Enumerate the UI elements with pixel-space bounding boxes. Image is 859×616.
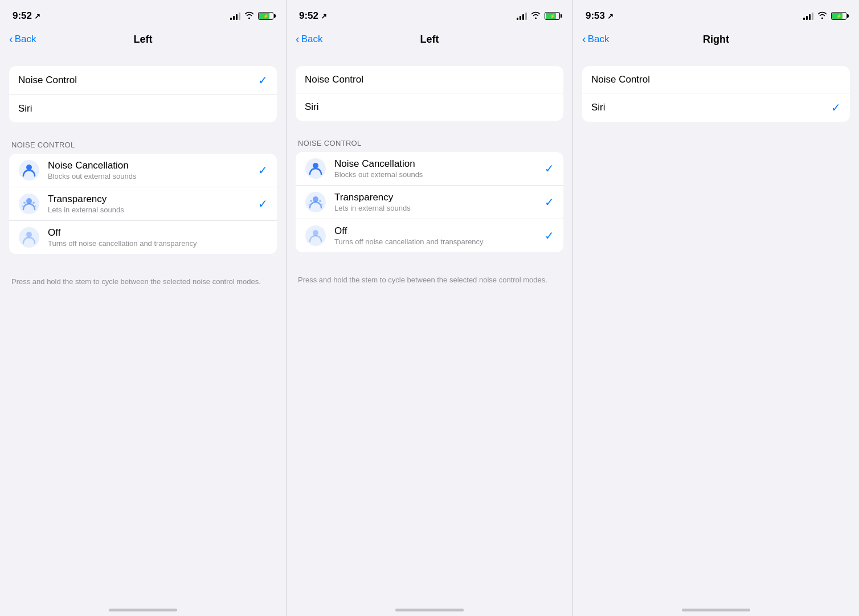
nav-bar: ‹BackLeft [0, 27, 286, 55]
phone-screen-screen-3: 9:53 ↗ ⚡ ‹BackRightNoise ControlSiri✓ [573, 0, 859, 616]
menu-item-siri[interactable]: Siri✓ [582, 93, 850, 122]
option-text-off: OffTurns off noise cancellation and tran… [48, 227, 268, 248]
signal-bar-1 [517, 18, 518, 20]
svg-point-14 [310, 200, 312, 202]
menu-item-noise-control[interactable]: Noise Control [582, 66, 850, 93]
signal-bar-1 [803, 18, 805, 20]
status-time: 9:52 ↗ [299, 10, 327, 22]
menu-item-label: Siri [305, 101, 319, 113]
page-title: Left [134, 34, 153, 46]
menu-item-siri[interactable]: Siri [296, 93, 563, 121]
menu-item-noise-control[interactable]: Noise Control [296, 66, 563, 93]
menu-item-label: Siri [18, 103, 32, 114]
option-subtitle: Lets in external sounds [334, 204, 537, 212]
svg-point-15 [319, 200, 321, 202]
option-subtitle: Turns off noise cancellation and transpa… [334, 237, 537, 246]
chevron-left-icon: ‹ [296, 32, 300, 46]
time-text: 9:52 [13, 10, 32, 22]
page-title: Right [703, 34, 729, 46]
option-title: Noise Cancellation [48, 160, 250, 171]
option-text-off: OffTurns off noise cancellation and tran… [334, 225, 537, 246]
phone-screen-screen-1: 9:52 ↗ ⚡ ‹BackLeftNoise Control✓SiriNOIS… [0, 0, 287, 616]
svg-point-16 [309, 204, 310, 206]
top-menu-card: Noise Control✓Siri [9, 66, 277, 122]
top-menu-card: Noise ControlSiri [296, 66, 563, 121]
phone-screen-screen-2: 9:52 ↗ ⚡ ‹BackLeftNoise ControlSiriNOISE… [287, 0, 573, 616]
menu-item-label: Noise Control [591, 74, 650, 85]
noise-option-noise-cancellation[interactable]: Noise CancellationBlocks out external so… [9, 154, 277, 187]
footer-note: Press and hold the stem to cycle between… [296, 270, 563, 285]
location-arrow-icon: ↗ [34, 12, 40, 20]
noise-options-card: Noise CancellationBlocks out external so… [296, 152, 563, 252]
home-bar [109, 609, 177, 611]
location-arrow-icon: ↗ [321, 12, 327, 20]
svg-point-1 [26, 165, 32, 170]
noise-options-card: Noise CancellationBlocks out external so… [9, 154, 277, 254]
signal-bar-4 [812, 13, 813, 20]
noise-option-transparency[interactable]: TransparencyLets in external sounds✓ [296, 186, 563, 219]
back-label: Back [301, 34, 323, 45]
back-button[interactable]: ‹Back [296, 33, 322, 46]
status-time: 9:52 ↗ [13, 10, 40, 22]
noise-option-noise-cancellation[interactable]: Noise CancellationBlocks out external so… [296, 152, 563, 186]
time-text: 9:52 [299, 10, 318, 22]
content-area: Noise Control✓SiriNOISE CONTROL Noise Ca… [0, 55, 286, 597]
svg-point-9 [26, 232, 32, 237]
status-bar: 9:53 ↗ ⚡ [573, 0, 859, 27]
signal-bar-3 [522, 14, 524, 20]
menu-item-noise-control[interactable]: Noise Control✓ [9, 66, 277, 95]
off-mode-icon [305, 225, 326, 247]
noise-mode-icon [305, 158, 326, 179]
menu-item-label: Noise Control [18, 75, 77, 86]
top-menu-card: Noise ControlSiri✓ [582, 66, 850, 122]
back-button[interactable]: ‹Back [582, 33, 609, 46]
menu-item-siri[interactable]: Siri [9, 95, 277, 122]
wifi-icon [244, 11, 254, 20]
signal-bars-icon [517, 13, 527, 20]
back-button[interactable]: ‹Back [9, 33, 36, 46]
nav-bar: ‹BackRight [573, 27, 859, 55]
menu-item-label: Noise Control [305, 74, 363, 85]
home-indicator [0, 597, 286, 616]
option-subtitle: Blocks out external sounds [334, 170, 537, 179]
signal-bar-3 [236, 14, 238, 20]
battery-icon: ⚡ [258, 12, 273, 20]
option-text-noise-cancellation: Noise CancellationBlocks out external so… [48, 160, 250, 180]
home-indicator [573, 597, 859, 616]
option-title: Transparency [334, 192, 537, 203]
status-bar: 9:52 ↗ ⚡ [287, 0, 572, 27]
svg-point-17 [321, 204, 323, 206]
option-title: Off [334, 225, 537, 237]
signal-bar-2 [806, 16, 808, 20]
battery-icon: ⚡ [545, 12, 560, 20]
back-label: Back [588, 34, 610, 45]
signal-bar-2 [233, 16, 235, 20]
option-subtitle: Turns off noise cancellation and transpa… [48, 239, 268, 248]
content-area: Noise ControlSiri✓ [573, 55, 859, 597]
noise-option-off[interactable]: OffTurns off noise cancellation and tran… [9, 221, 277, 254]
signal-bar-3 [809, 14, 811, 20]
noise-option-transparency[interactable]: TransparencyLets in external sounds✓ [9, 187, 277, 221]
signal-bar-2 [520, 16, 521, 20]
noise-option-off[interactable]: OffTurns off noise cancellation and tran… [296, 219, 563, 252]
checkmark-icon: ✓ [258, 73, 268, 87]
signal-bar-4 [525, 13, 527, 20]
content-area: Noise ControlSiriNOISE CONTROL Noise Can… [287, 55, 572, 597]
home-indicator [287, 597, 572, 616]
wifi-icon [817, 11, 827, 20]
status-bar: 9:52 ↗ ⚡ [0, 0, 286, 27]
status-time: 9:53 ↗ [586, 10, 613, 22]
option-subtitle: Lets in external sounds [48, 206, 250, 214]
option-text-transparency: TransparencyLets in external sounds [48, 194, 250, 214]
option-text-transparency: TransparencyLets in external sounds [334, 192, 537, 212]
home-bar [682, 609, 750, 611]
noise-mode-icon [18, 159, 40, 181]
off-mode-icon [18, 227, 40, 248]
chevron-left-icon: ‹ [9, 32, 13, 46]
option-checkmark-icon: ✓ [258, 197, 268, 211]
chevron-left-icon: ‹ [582, 32, 586, 46]
option-checkmark-icon: ✓ [545, 195, 554, 209]
signal-bars-icon [803, 13, 813, 20]
nav-bar: ‹BackLeft [287, 27, 572, 55]
page-title: Left [420, 34, 439, 46]
